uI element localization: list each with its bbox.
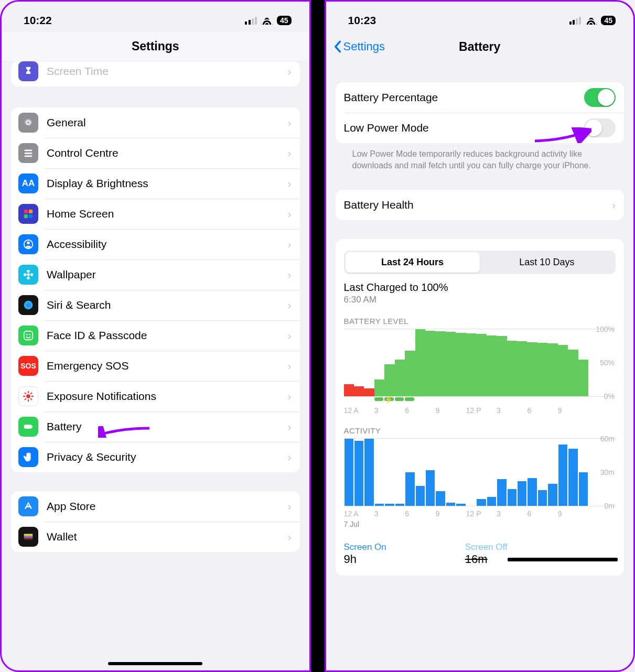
xaxis: 12 A36912 P369 [344,510,616,518]
svg-rect-7 [29,214,33,218]
row-siri[interactable]: Siri & Search› [11,290,300,320]
activity-bar [364,439,373,506]
activity-bar [426,470,435,506]
row-wallet[interactable]: Wallet› [11,522,300,552]
row-battery-health[interactable]: Battery Health › [336,190,625,220]
battery-usage-panel: Last 24 Hours Last 10 Days Last Charged … [336,239,625,576]
seg-last-24h[interactable]: Last 24 Hours [346,252,480,273]
chevron-right-icon: › [288,178,292,189]
xtick: 12 P [466,406,497,415]
last-charged-title: Last Charged to 100% [344,281,616,294]
settings-group-prev: Screen Time › [11,61,300,86]
chevron-right-icon: › [288,391,292,402]
battery-level-chart: ⚡ 100% 50% 0% [344,329,616,397]
row-label: Screen Time [47,65,288,78]
hourglass-icon [18,61,38,81]
row-sos[interactable]: SOSEmergency SOS› [11,351,300,381]
ylabel: 0% [604,392,615,400]
settings-group-2: App Store›Wallet› [11,491,300,552]
level-bar [415,329,425,396]
level-bar [425,331,435,396]
row-home-screen[interactable]: Home Screen› [11,199,300,229]
battery-percent-toggle[interactable] [584,88,616,107]
screen-off-label: Screen Off [465,542,508,552]
battery-icon: 45 [601,16,616,25]
level-bar [435,331,445,396]
row-control-centre[interactable]: Control Centre› [11,138,300,168]
level-bar [446,332,456,396]
row-faceid[interactable]: Face ID & Passcode› [11,320,300,351]
row-label: Privacy & Security [47,451,288,463]
activity-bar [497,479,506,506]
row-label: Battery [47,420,288,433]
screen-off-value: 16m [465,552,488,566]
wallet-icon [18,527,38,547]
svg-rect-6 [24,214,28,218]
row-label: Emergency SOS [47,360,288,372]
level-bar [344,384,354,396]
level-bar [466,333,476,396]
ylabel: 30m [600,468,615,476]
xtick: 3 [497,406,527,415]
chevron-right-icon: › [288,501,292,512]
chevron-right-icon: › [288,532,292,542]
row-display[interactable]: AADisplay & Brightness› [11,168,300,199]
xtick: 9 [435,510,466,518]
battery-screen: 10:23 45 Settings Battery Battery Percen… [325,0,636,672]
row-label: Control Centre [47,147,288,159]
xtick: 9 [435,406,466,415]
level-bar [487,335,497,396]
row-privacy[interactable]: Privacy & Security› [11,442,300,472]
A-icon [18,496,38,516]
row-screen-time[interactable]: Screen Time › [11,61,300,86]
svg-point-14 [30,273,33,276]
home-indicator[interactable] [108,662,202,665]
activity-bar [456,504,465,506]
seg-last-10d[interactable]: Last 10 Days [480,252,614,273]
sliders-icon [18,143,38,163]
battery-icon: 45 [277,16,292,25]
svg-rect-32 [24,536,33,537]
nav-bar: Settings [2,32,309,61]
level-bar [517,341,527,396]
low-power-toggle[interactable] [584,118,616,137]
row-label: Exposure Notifications [47,390,288,403]
back-button[interactable]: Settings [333,40,385,53]
wifi-icon [261,16,273,25]
row-general[interactable]: General› [11,107,300,138]
settings-group-1: General›Control Centre›AADisplay & Brigh… [11,107,300,472]
row-label: App Store [47,500,288,513]
xtick: 6 [405,510,435,518]
chevron-right-icon: › [288,148,292,158]
row-appstore[interactable]: App Store› [11,491,300,522]
chevron-right-icon: › [288,209,292,219]
level-bar [537,343,547,396]
wifi-icon [585,16,597,25]
status-bar: 10:23 45 [326,2,634,32]
activity-bar [446,503,455,506]
svg-point-17 [26,334,28,335]
xtick: 6 [527,406,557,415]
svg-rect-4 [24,210,28,213]
row-label: Low Power Mode [344,122,585,134]
row-accessibility[interactable]: Accessibility› [11,229,300,259]
level-bar [497,336,507,396]
svg-point-18 [29,334,30,335]
xtick: 9 [558,510,588,518]
activity-bar [395,504,404,506]
low-power-note: Low Power Mode temporarily reduces backg… [336,143,625,171]
xtick: 12 P [466,510,497,518]
level-bar [364,388,374,396]
row-wallpaper[interactable]: Wallpaper› [11,259,300,290]
level-bar [354,386,364,396]
row-battery[interactable]: Battery› [11,411,300,442]
status-time: 10:23 [348,14,376,27]
level-bar [558,345,568,397]
screen-on-value: 9h [344,552,386,566]
battery-icon [18,417,38,437]
chevron-right-icon: › [288,300,292,310]
activity-bar [538,490,547,506]
svg-point-10 [27,273,30,276]
row-exposure[interactable]: Exposure Notifications› [11,381,300,411]
xtick: 6 [527,510,557,518]
